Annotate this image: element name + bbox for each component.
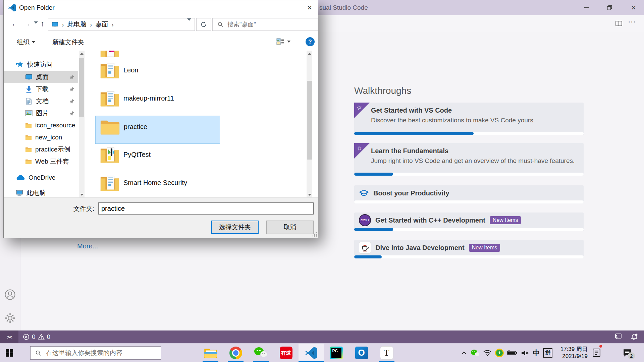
vscode-close-button[interactable]: × — [624, 0, 643, 15]
cancel-button[interactable]: 取消 — [266, 221, 314, 234]
tray-360-security-icon[interactable]: + — [494, 344, 505, 362]
refresh-button[interactable] — [196, 18, 211, 31]
tray-ime-mode-button[interactable]: 拼 — [542, 344, 553, 362]
more-link[interactable]: More... — [77, 242, 98, 250]
taskbar-app-file-explorer[interactable] — [198, 344, 223, 362]
walkthrough-card-productivity[interactable]: Boost your Productivity — [354, 185, 584, 203]
warning-icon — [38, 334, 45, 340]
feedback-button[interactable] — [614, 333, 622, 341]
resize-grip[interactable] — [312, 232, 317, 237]
taskbar-app-chrome[interactable] — [223, 344, 248, 362]
taskbar-app-outlook[interactable]: O — [349, 344, 374, 362]
scroll-up-icon[interactable] — [79, 51, 85, 56]
sidebar-item-pictures[interactable]: 图片 — [4, 107, 78, 119]
address-dropdown-button[interactable] — [187, 21, 191, 28]
file-item-smart-home-security[interactable]: Smart Home Security — [95, 172, 220, 197]
scroll-down-icon[interactable] — [307, 192, 312, 197]
problems-button[interactable]: 0 0 — [23, 330, 50, 343]
folder-icon — [100, 118, 120, 136]
new-folder-button[interactable]: 新建文件夹 — [52, 38, 84, 47]
settings-gear-button[interactable] — [4, 312, 16, 324]
organize-button[interactable]: 组织 — [17, 38, 35, 47]
back-button[interactable]: ← — [11, 19, 19, 28]
scroll-down-icon[interactable] — [79, 192, 85, 197]
up-button[interactable]: ↑ — [41, 19, 45, 28]
vscode-restore-button[interactable] — [600, 0, 619, 15]
taskbar-app-youdao[interactable]: 有道 — [273, 344, 299, 362]
sidebar-item-practice-example[interactable]: practice示例 — [4, 143, 78, 156]
folder-docs-icon — [99, 61, 120, 80]
dialog-titlebar: Open Folder × — [4, 0, 318, 15]
scroll-up-icon[interactable] — [307, 51, 312, 56]
quick-access-icon — [16, 61, 24, 69]
taskbar-app-pycharm[interactable]: PC — [324, 344, 349, 362]
scrollbar-thumb[interactable] — [79, 58, 84, 117]
vscode-minimize-button[interactable] — [577, 0, 596, 15]
sidebar-item-onedrive[interactable]: OneDrive — [4, 172, 78, 184]
tray-battery-icon[interactable] — [506, 344, 519, 362]
sidebar-item-new-icon[interactable]: new_icon — [4, 131, 78, 143]
taskbar-app-wechat[interactable] — [248, 344, 273, 362]
history-dropdown-button[interactable] — [34, 24, 38, 30]
split-editor-button[interactable] — [615, 20, 623, 27]
walkthrough-card-cpp[interactable]: C/C++ Get Started with C++ Development N… — [354, 213, 584, 231]
taskbar-search-input[interactable] — [45, 349, 157, 357]
select-folder-button[interactable]: 选择文件夹 — [211, 221, 259, 234]
restore-icon — [606, 5, 612, 11]
file-item-practice-selected[interactable]: practice — [95, 116, 220, 144]
sidebar-item-downloads[interactable]: 下载 — [4, 83, 78, 95]
sidebar-item-quick-access[interactable]: 快速访问 — [4, 59, 78, 71]
tray-clock[interactable]: 17:39 周日 2021/9/19 — [554, 346, 588, 360]
action-center-button[interactable]: 2 — [621, 344, 634, 362]
tray-show-hidden-icons-button[interactable] — [459, 344, 469, 362]
account-button[interactable] — [4, 289, 16, 300]
tray-wechat-icon[interactable] — [470, 344, 481, 362]
editor-more-actions-button[interactable]: ··· — [628, 17, 636, 26]
sidebar-item-icon-resource[interactable]: icon_resource — [4, 119, 78, 131]
progress-fill — [354, 255, 382, 258]
running-indicator — [379, 361, 394, 362]
breadcrumb-desktop[interactable]: 桌面 — [95, 20, 108, 29]
breadcrumb-this-pc[interactable]: 此电脑 — [67, 20, 87, 29]
help-button[interactable]: ? — [306, 37, 315, 46]
notifications-button[interactable] — [631, 333, 638, 341]
remote-indicator-button[interactable]: >< — [0, 330, 18, 343]
file-item-leon[interactable]: Leon — [95, 59, 220, 87]
file-icon-partial — [99, 51, 120, 58]
sidebar-item-desktop[interactable]: 桌面 — [4, 71, 78, 83]
taskbar-app-typora[interactable]: T — [374, 344, 399, 362]
sidebar-item-documents[interactable]: 文档 — [4, 95, 78, 107]
breadcrumb-separator: › — [111, 21, 114, 28]
taskbar-app-vscode-active[interactable] — [299, 344, 324, 362]
desktop-screen: sual Studio Code × ··· Walkthroughs ☆ G — [0, 0, 644, 362]
file-list-scrollbar[interactable] — [307, 51, 312, 197]
sidebar-item-web-suite[interactable]: Web 三件套 — [4, 156, 78, 168]
forward-button[interactable]: → — [23, 19, 31, 28]
address-bar[interactable]: › 此电脑 › 桌面 › — [48, 18, 195, 31]
taskbar-search-box[interactable] — [30, 346, 161, 360]
chevron-down-icon — [32, 41, 35, 43]
walkthrough-card-fundamentals[interactable]: ☆ Learn the Fundamentals Jump right into… — [354, 143, 584, 176]
dialog-search-input[interactable] — [227, 21, 312, 28]
dialog-close-button[interactable]: × — [301, 0, 318, 15]
file-item-pyqttest[interactable]: PyQtTest — [95, 144, 220, 172]
vscode-status-bar: >< 0 0 — [0, 330, 644, 343]
walkthrough-card-get-started[interactable]: ☆ Get Started with VS Code Discover the … — [354, 103, 584, 135]
sidebar-item-this-pc[interactable]: 此电脑 — [4, 187, 78, 197]
file-item-makeup-mirror11[interactable]: makeup-mirror11 — [95, 87, 220, 116]
tray-ime-language-button[interactable]: 中 — [531, 344, 541, 362]
progress-track — [354, 132, 584, 135]
pin-icon — [69, 111, 75, 116]
dialog-footer: 文件夹: 选择文件夹 取消 — [4, 197, 318, 238]
dialog-search-box[interactable] — [212, 18, 318, 31]
sidebar-scrollbar[interactable] — [79, 51, 85, 197]
tray-volume-muted-icon[interactable] — [519, 344, 531, 362]
view-mode-button[interactable] — [276, 38, 290, 45]
walkthrough-card-java[interactable]: Dive into Java Development New Items — [354, 240, 584, 258]
folder-name-input[interactable] — [98, 202, 314, 215]
scrollbar-thumb[interactable] — [307, 81, 312, 160]
tray-notes-icon[interactable] — [590, 344, 602, 362]
tray-wifi-icon[interactable] — [482, 344, 493, 362]
start-button[interactable] — [6, 349, 13, 357]
sidebar-label: 桌面 — [36, 73, 49, 81]
